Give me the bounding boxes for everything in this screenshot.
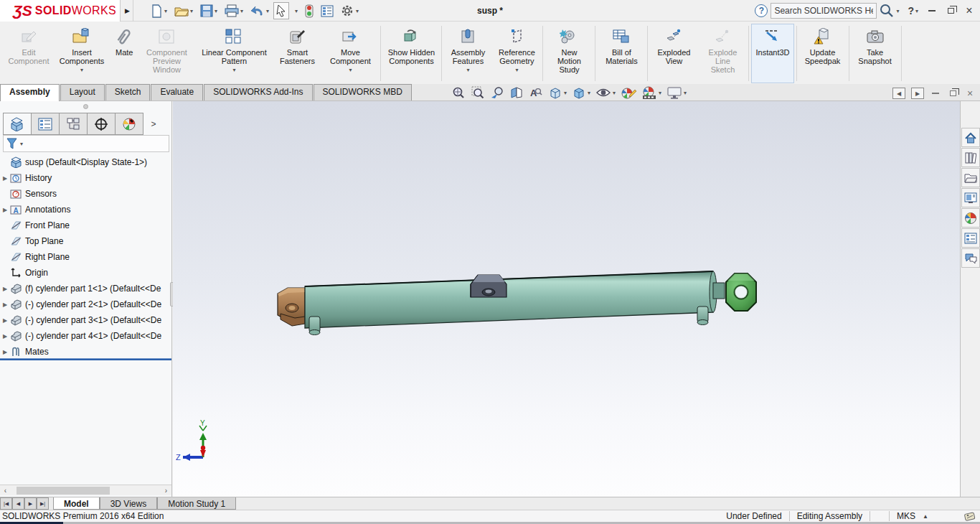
previous-view-icon[interactable] (489, 85, 506, 100)
select-tool-button[interactable] (273, 2, 289, 19)
traffic-light-icon[interactable] (302, 2, 316, 19)
print-dropdown-icon[interactable]: ▾ (240, 8, 243, 14)
expand-arrow-icon[interactable]: ▶ (0, 175, 10, 182)
options-dropdown-icon[interactable]: ▾ (356, 8, 359, 14)
display-style-dropdown-icon[interactable]: ▾ (588, 90, 590, 96)
open-document-button[interactable]: ▾ (171, 2, 196, 19)
undo-dropdown-icon[interactable]: ▾ (266, 8, 269, 14)
forum-icon[interactable] (961, 248, 980, 268)
next-tab-nav-icon[interactable]: ▶ (24, 497, 37, 510)
assembly-features-dropdown-icon[interactable]: ▾ (466, 67, 469, 72)
menu-expand-arrow-icon[interactable]: ▶ (122, 0, 133, 22)
tab-dimxpert-manager[interactable] (87, 113, 116, 135)
expand-arrow-icon[interactable]: ▶ (0, 349, 10, 355)
take-snapshot-button[interactable]: Take Snapshot (852, 24, 899, 83)
home-icon[interactable] (961, 128, 980, 147)
expand-arrow-icon[interactable]: ▶ (0, 317, 10, 324)
first-tab-nav-icon[interactable]: |◀ (0, 497, 12, 510)
units-selector[interactable]: MKS (897, 511, 915, 521)
model-port-right[interactable] (697, 307, 708, 325)
component-preview-window-button[interactable]: Component Preview Window (138, 24, 194, 83)
tab-configuration-manager[interactable] (59, 113, 88, 135)
tree-item-part-1[interactable]: ▶ (f) cylender part 1<1> (Default<<De (0, 281, 171, 296)
linear-pattern-dropdown-icon[interactable]: ▾ (232, 67, 235, 72)
tree-item-front-plane[interactable]: Front Plane (0, 217, 171, 233)
undo-button[interactable]: ▾ (248, 2, 272, 19)
tab-motion-study-1[interactable]: Motion Study 1 (157, 497, 236, 510)
hide-show-items-button[interactable]: ▾ (594, 85, 617, 100)
search-magnifier-icon[interactable] (879, 3, 895, 19)
view-palette-icon[interactable] (961, 188, 980, 207)
scroll-right-icon[interactable]: › (161, 487, 171, 495)
edit-appearance-icon[interactable] (619, 85, 638, 100)
panel-collapse-handle-icon[interactable] (83, 104, 88, 109)
tree-item-sensors[interactable]: Sensors (0, 186, 171, 202)
save-button[interactable]: ▾ (197, 2, 220, 19)
reference-geometry-button[interactable]: Reference Geometry▾ (493, 24, 540, 83)
help-dropdown-icon[interactable]: ▾ (915, 8, 918, 14)
zoom-to-area-icon[interactable] (469, 85, 486, 100)
tree-item-mates[interactable]: ▶ Mates (0, 344, 171, 360)
smart-fasteners-button[interactable]: Smart Fasteners (273, 24, 321, 83)
tab-display-manager[interactable] (115, 113, 143, 135)
tree-horizontal-scrollbar[interactable]: ‹ › (0, 485, 171, 495)
scrollbar-thumb[interactable] (17, 487, 110, 495)
tree-item-origin[interactable]: Origin (0, 265, 171, 281)
assembly-features-button[interactable]: Assembly Features▾ (444, 24, 491, 83)
expand-arrow-icon[interactable]: ▶ (0, 207, 10, 213)
tab-assembly[interactable]: Assembly (0, 84, 60, 101)
units-dropdown-icon[interactable]: ▲ (923, 513, 928, 520)
filter-funnel-icon[interactable] (6, 137, 19, 150)
options-gear-icon[interactable]: ▾ (338, 2, 362, 19)
select-dropdown-icon[interactable]: ▾ (291, 2, 301, 19)
doc-close-button[interactable]: × (964, 85, 976, 102)
new-dropdown-icon[interactable]: ▾ (164, 8, 167, 14)
new-document-button[interactable]: ▾ (148, 2, 170, 19)
view-settings-button[interactable]: ▾ (665, 85, 688, 100)
panel-expand-arrow-icon[interactable]: > (143, 113, 164, 135)
view-orientation-dropdown-icon[interactable]: ▾ (564, 90, 567, 96)
move-component-button[interactable]: Move Component▾ (322, 24, 378, 83)
tab-feature-manager-tree[interactable] (3, 113, 32, 135)
show-hidden-components-button[interactable]: Show Hidden Components (383, 24, 439, 83)
last-tab-nav-icon[interactable]: ▶| (37, 497, 49, 510)
bill-of-materials-button[interactable]: Bill of Materials (598, 24, 645, 83)
dynamic-annotation-views-icon[interactable]: A (527, 85, 545, 100)
save-dropdown-icon[interactable]: ▾ (215, 8, 217, 14)
view-settings-dropdown-icon[interactable]: ▾ (684, 90, 687, 96)
tree-end-bar[interactable] (0, 358, 171, 360)
section-view-icon[interactable] (508, 85, 525, 100)
expand-arrow-icon[interactable]: ▶ (0, 333, 10, 340)
graphics-viewport[interactable]: Z Y (173, 101, 960, 497)
apply-scene-dropdown-icon[interactable]: ▾ (659, 90, 661, 96)
appearances-scenes-icon[interactable] (961, 208, 980, 228)
doc-minimize-button[interactable] (930, 85, 941, 102)
custom-properties-icon[interactable] (961, 228, 980, 248)
properties-list-icon[interactable] (318, 2, 336, 19)
design-library-icon[interactable] (961, 148, 980, 167)
collapse-left-pane-icon[interactable]: ◀ (892, 88, 905, 99)
close-button[interactable]: × (960, 2, 979, 19)
update-speedpak-button[interactable]: Update Speedpak (799, 24, 847, 83)
tree-item-history[interactable]: ▶ History (0, 170, 171, 186)
tab-layout[interactable]: Layout (60, 84, 105, 100)
new-motion-study-button[interactable]: New Motion Study (545, 24, 593, 83)
scroll-left-icon[interactable]: ‹ (0, 487, 11, 495)
tab-sketch[interactable]: Sketch (105, 84, 151, 100)
hide-show-items-dropdown-icon[interactable]: ▾ (613, 90, 616, 96)
insert-components-button[interactable]: Insert Components▾ (54, 24, 110, 83)
tab-3d-views[interactable]: 3D Views (100, 497, 157, 510)
open-dropdown-icon[interactable]: ▾ (190, 8, 193, 14)
model-nut-top[interactable] (471, 275, 507, 297)
tree-item-top-plane[interactable]: Top Plane (0, 233, 171, 249)
restore-button[interactable] (941, 2, 960, 19)
expand-arrow-icon[interactable]: ▶ (0, 301, 10, 308)
zoom-to-fit-icon[interactable] (450, 85, 467, 100)
tab-property-manager[interactable] (31, 113, 60, 135)
tree-item-part-3[interactable]: ▶ (-) cylender part 3<1> (Default<<De (0, 312, 171, 328)
expand-arrow-icon[interactable]: ▶ (0, 286, 10, 292)
cylinder-assembly-model[interactable]: Z Y (173, 101, 960, 497)
file-explorer-icon[interactable] (961, 168, 980, 187)
exploded-view-button[interactable]: Exploded View (650, 24, 697, 83)
tree-item-part-2[interactable]: ▶ (-) cylender part 2<1> (Default<<De (0, 296, 171, 312)
